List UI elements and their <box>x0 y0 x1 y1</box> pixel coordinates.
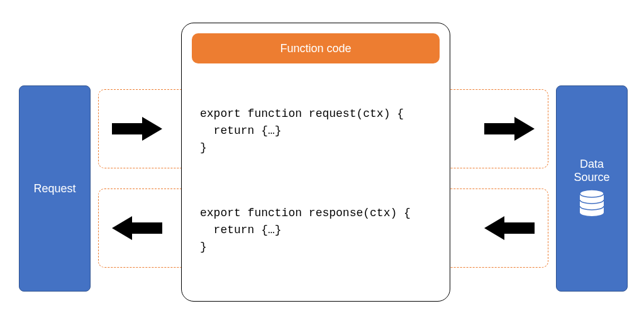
svg-marker-2 <box>112 117 162 141</box>
request-code: export function request(ctx) { return {…… <box>200 106 404 156</box>
database-icon <box>579 189 605 219</box>
data-source-label: Data Source <box>574 158 609 184</box>
svg-marker-5 <box>484 216 535 240</box>
arrow-left-icon <box>484 216 535 240</box>
data-source-label-line2: Source <box>574 171 609 183</box>
arrow-right-icon <box>112 117 162 141</box>
request-box: Request <box>19 85 91 292</box>
arrow-left-icon <box>112 216 162 240</box>
diagram-canvas: Request Data Source Function code export… <box>0 0 644 328</box>
function-code-header-label: Function code <box>280 42 351 55</box>
data-source-box: Data Source <box>556 85 628 292</box>
function-code-box: Function code <box>181 23 450 302</box>
svg-marker-3 <box>484 117 535 141</box>
data-source-label-line1: Data <box>580 158 604 170</box>
arrow-right-icon <box>484 117 535 141</box>
response-code: export function response(ctx) { return {… <box>200 205 411 256</box>
function-code-header: Function code <box>192 33 440 63</box>
request-label: Request <box>33 182 75 195</box>
svg-marker-4 <box>112 216 162 240</box>
